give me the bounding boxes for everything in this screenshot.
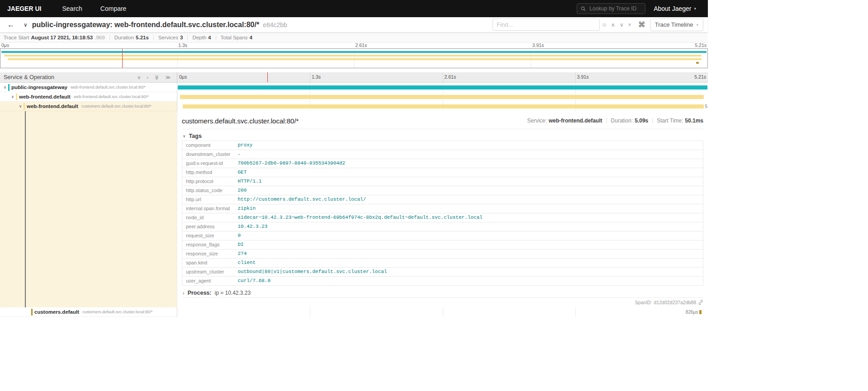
tag-value: http://customers.default.svc.cluster.loc… — [234, 195, 703, 204]
span-color-tick — [8, 84, 9, 91]
tag-key: http.method — [182, 168, 234, 177]
keyboard-icon: ⌘ — [638, 21, 645, 28]
tag-row[interactable]: upstream_clusteroutbound|80|v1|customers… — [182, 268, 703, 277]
find-input[interactable] — [493, 19, 600, 31]
span-row: customers.default customers.default.svc.… — [0, 307, 708, 317]
keyboard-shortcuts-button[interactable]: ⌘ — [634, 21, 650, 28]
span-bar[interactable] — [180, 95, 704, 99]
tag-value: proxy — [234, 141, 703, 150]
span-color-tick — [31, 309, 33, 316]
span-service-name: web-frontend.default — [27, 104, 78, 109]
span-bar[interactable] — [178, 85, 707, 90]
tag-value: 0 — [234, 231, 703, 240]
span-bar[interactable] — [699, 310, 702, 314]
span-detail-meta: Service:web-frontend.default Duration:5.… — [527, 118, 703, 124]
expand-all-button[interactable]: ≫ — [154, 75, 160, 80]
tag-row[interactable]: node_idsidecar~10.42.3.23~web-frontend-6… — [182, 213, 703, 222]
timeline-header-row: Service & Operation ∨ › ≫ ≫ 0μs 1.3s 2.6… — [0, 72, 708, 83]
trace-title: public-ingressgateway: web-frontend.defa… — [32, 21, 287, 29]
tag-value: 200 — [234, 186, 703, 195]
nav-item-compare[interactable]: Compare — [91, 5, 136, 12]
find-clear-button[interactable]: × — [626, 22, 634, 28]
locate-span-button[interactable]: ⊕ — [600, 22, 609, 28]
tag-row[interactable]: http.protocolHTTP/1.1 — [182, 177, 703, 186]
tag-key: http.url — [182, 195, 234, 204]
back-icon: ← — [7, 21, 14, 28]
span-operation-name: customers.default.svc.cluster.local:80/* — [81, 104, 152, 108]
tag-value: client — [234, 259, 703, 268]
detail-duration: Duration:5.09s — [611, 118, 649, 124]
span-track[interactable] — [177, 83, 708, 92]
grid-line — [575, 72, 576, 82]
double-chevron-right-icon: ≫ — [165, 75, 171, 80]
collapse-all-button[interactable]: ≫ — [165, 75, 171, 80]
tag-row[interactable]: internal.span.formatzipkin — [182, 204, 703, 213]
span-id-label: SpanID: — [635, 300, 652, 305]
span-name-cell[interactable]: ∨ web-frontend.default web-frontend.defa… — [0, 92, 177, 102]
process-label: Process: — [188, 290, 212, 296]
tag-key: component — [182, 141, 234, 150]
tag-value: curl/7.68.0 — [234, 277, 703, 286]
caret-down-icon: ▾ — [696, 23, 698, 27]
trace-depth: Depth 4 — [192, 35, 211, 40]
tag-row[interactable]: peer.address10.42.3.23 — [182, 222, 703, 231]
tag-row[interactable]: http.urlhttp://customers.default.svc.clu… — [182, 195, 703, 204]
tag-row[interactable]: guid:x-request-id700b5267-2db0-9897-8840… — [182, 159, 703, 168]
span-operation-name: web-frontend.default.svc.cluster.local:8… — [71, 85, 146, 90]
about-menu[interactable]: About Jaeger ▾ — [654, 5, 708, 12]
tag-value: 700b5267-2db0-9897-8840-9355343904d2 — [234, 159, 703, 168]
tag-row[interactable]: http.methodGET — [182, 168, 703, 177]
find-next-button[interactable]: ∨ — [617, 22, 626, 28]
tag-row[interactable]: http.status_code200 — [182, 186, 703, 195]
span-name-cell[interactable]: ∨ public-ingressgateway web-frontend.def… — [0, 83, 177, 92]
tag-row[interactable]: request_size0 — [182, 231, 703, 240]
span-name-cell[interactable]: customers.default customers.default.svc.… — [0, 307, 177, 317]
tag-row[interactable]: span.kindclient — [182, 259, 703, 268]
expand-collapse-controls: ∨ › ≫ ≫ — [137, 75, 171, 80]
tag-row[interactable]: downstream_cluster- — [182, 150, 703, 159]
trace-view-select[interactable]: Trace Timeline ▾ — [650, 19, 703, 31]
expand-one-level-button[interactable]: ∨ — [137, 75, 141, 80]
minimap-span-bar — [8, 58, 702, 60]
spacer — [0, 68, 708, 72]
span-bar[interactable] — [183, 104, 704, 108]
tick-label: 3.91s — [532, 42, 544, 48]
span-track[interactable]: 5.0 — [177, 102, 708, 111]
span-track[interactable] — [177, 92, 708, 102]
nav-item-search[interactable]: Search — [53, 5, 91, 12]
tag-row[interactable]: user_agentcurl/7.68.0 — [182, 277, 703, 286]
find-prev-button[interactable]: ∧ — [609, 22, 617, 28]
chevron-right-icon: › — [147, 75, 148, 80]
tag-row[interactable]: response_size274 — [182, 250, 703, 259]
span-toggle-icon[interactable]: ∨ — [2, 85, 8, 90]
link-icon[interactable] — [698, 300, 703, 305]
span-name-cell[interactable]: ∨ web-frontend.default customers.default… — [0, 102, 177, 111]
tags-section-toggle[interactable]: ∨ Tags — [182, 132, 703, 141]
span-row: ∨ web-frontend.default web-frontend.defa… — [0, 92, 708, 102]
trace-lookup-input[interactable] — [588, 5, 638, 12]
tag-key: node_id — [182, 213, 234, 222]
tick-label: 1.3s — [178, 42, 187, 48]
tick-label: 5.21s — [695, 42, 707, 48]
tag-row[interactable]: response_flagsDI — [182, 240, 703, 250]
trace-lookup-box[interactable] — [577, 3, 645, 14]
collapse-one-level-button[interactable]: › — [147, 75, 148, 80]
span-detail-title: customers.default.svc.cluster.local:80/* — [182, 117, 299, 125]
tag-row[interactable]: componentproxy — [182, 141, 703, 150]
process-section-toggle[interactable]: › Process: ip = 10.42.3.23 — [182, 290, 703, 296]
tag-value: zipkin — [234, 204, 703, 213]
trace-collapse-toggle[interactable]: ∨ — [18, 22, 30, 28]
span-toggle-icon[interactable]: ∨ — [17, 104, 24, 108]
span-toggle-icon[interactable]: ∨ — [9, 94, 16, 99]
span-service-name: public-ingressgateway — [11, 85, 67, 90]
span-detail-row: customers.default.svc.cluster.local:80/*… — [0, 111, 708, 307]
span-track[interactable]: 826μs — [177, 307, 708, 317]
trace-minimap[interactable] — [0, 48, 708, 68]
tag-value: - — [234, 150, 703, 159]
tag-key: response_size — [182, 250, 234, 259]
app-logo[interactable]: JAEGER UI — [0, 5, 53, 12]
tag-key: guid:x-request-id — [182, 159, 234, 168]
search-icon — [581, 6, 586, 11]
tag-key: response_flags — [182, 240, 234, 250]
back-button[interactable]: ← — [4, 21, 18, 28]
